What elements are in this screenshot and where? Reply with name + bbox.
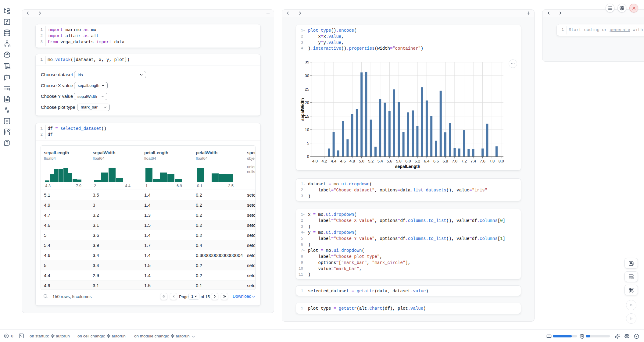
svg-text:6.2: 6.2 [415, 159, 420, 163]
svg-text:sepalLength: sepalLength [395, 164, 420, 169]
svg-text:30: 30 [305, 73, 309, 78]
svg-text:25: 25 [305, 87, 309, 91]
svg-text:5.2: 5.2 [368, 159, 374, 163]
svg-text:6.8: 6.8 [442, 159, 448, 163]
svg-text:10: 10 [305, 127, 309, 132]
svg-text:4.8: 4.8 [349, 159, 355, 163]
svg-text:sepalWidth: sepalWidth [300, 98, 305, 121]
svg-text:5.0: 5.0 [359, 159, 364, 163]
svg-text:5: 5 [307, 141, 309, 145]
svg-text:8.0: 8.0 [499, 159, 504, 163]
svg-text:7.8: 7.8 [489, 159, 495, 163]
svg-text:5.6: 5.6 [387, 159, 392, 163]
svg-text:7.2: 7.2 [461, 159, 467, 163]
svg-text:5.8: 5.8 [396, 159, 402, 163]
svg-text:6.0: 6.0 [405, 159, 411, 163]
svg-text:7.4: 7.4 [470, 159, 476, 163]
svg-text:6.4: 6.4 [424, 159, 429, 163]
svg-text:20: 20 [305, 100, 309, 105]
svg-text:4.0: 4.0 [312, 159, 318, 163]
svg-text:5.4: 5.4 [377, 159, 383, 163]
svg-text:4.6: 4.6 [340, 159, 346, 163]
svg-text:7.6: 7.6 [480, 159, 485, 163]
svg-text:4.2: 4.2 [321, 159, 327, 163]
svg-text:6.6: 6.6 [433, 159, 439, 163]
svg-text:15: 15 [305, 114, 309, 119]
svg-text:35: 35 [305, 60, 309, 64]
svg-text:4.4: 4.4 [331, 159, 336, 163]
svg-text:0: 0 [307, 154, 309, 159]
svg-text:7.0: 7.0 [452, 159, 457, 163]
